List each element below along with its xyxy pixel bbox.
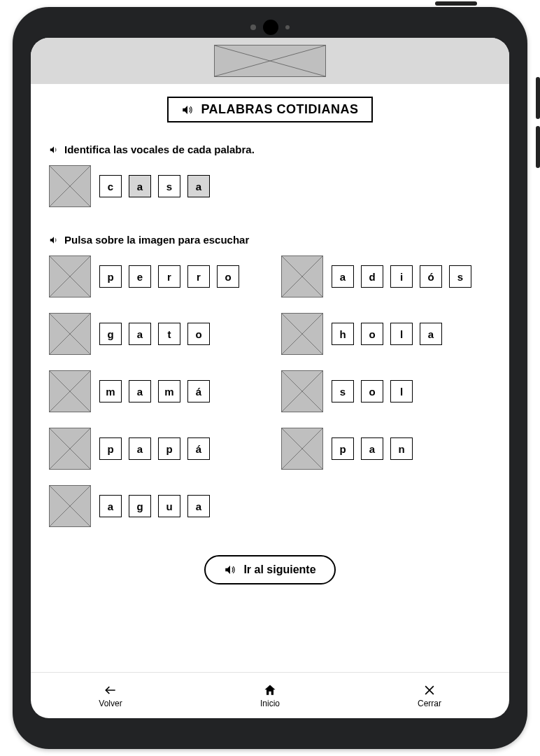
word-row: papá bbox=[49, 428, 259, 470]
close-icon bbox=[422, 683, 436, 697]
letter-box[interactable]: m bbox=[158, 380, 180, 402]
letter-box[interactable]: a bbox=[420, 323, 442, 345]
bottom-nav: Volver Inicio Cerrar bbox=[31, 672, 509, 718]
letter-box[interactable]: n bbox=[390, 438, 413, 460]
letter-box[interactable]: t bbox=[158, 323, 180, 345]
letter-box[interactable]: á bbox=[187, 438, 210, 460]
letter-box[interactable]: a bbox=[187, 175, 210, 197]
word-letters: pan bbox=[332, 438, 413, 460]
letter-box[interactable]: o bbox=[361, 380, 383, 402]
letter-box[interactable]: á bbox=[187, 380, 210, 402]
letter-box[interactable]: a bbox=[99, 495, 122, 517]
word-row: pan bbox=[281, 428, 491, 470]
arrow-left-icon bbox=[104, 683, 118, 697]
letter-box[interactable]: g bbox=[129, 495, 151, 517]
letter-box[interactable]: h bbox=[332, 323, 354, 345]
letter-box[interactable]: d bbox=[361, 265, 383, 288]
nav-home-label: Inicio bbox=[260, 699, 280, 708]
word-letters: adiós bbox=[332, 265, 471, 288]
letter-box[interactable]: p bbox=[158, 438, 180, 460]
letter-box[interactable]: a bbox=[332, 265, 354, 288]
nav-close[interactable]: Cerrar bbox=[350, 673, 509, 718]
word-image[interactable] bbox=[49, 485, 91, 527]
letter-box[interactable]: c bbox=[99, 175, 122, 197]
letter-box[interactable]: a bbox=[129, 380, 151, 402]
camera-lens bbox=[263, 20, 278, 35]
instruction-2-text: Pulsa sobre la imagen para escuchar bbox=[64, 234, 249, 246]
next-button-label: Ir al siguiente bbox=[243, 564, 315, 576]
led-dot bbox=[285, 25, 290, 29]
power-button bbox=[435, 1, 477, 6]
letter-box[interactable]: p bbox=[99, 265, 122, 288]
letter-box[interactable]: a bbox=[361, 438, 383, 460]
nav-close-label: Cerrar bbox=[418, 699, 441, 708]
word-letters: papá bbox=[99, 438, 210, 460]
example-image[interactable] bbox=[49, 165, 91, 207]
word-row: hola bbox=[281, 313, 491, 355]
screen: PALABRAS COTIDIANAS Identifica las vocal… bbox=[31, 38, 509, 718]
nav-back[interactable]: Volver bbox=[31, 673, 190, 718]
letter-box[interactable]: p bbox=[332, 438, 354, 460]
word-column-right: adiósholasolpan bbox=[281, 255, 491, 542]
word-row: perro bbox=[49, 255, 259, 298]
page-title-text: PALABRAS COTIDIANAS bbox=[201, 102, 358, 117]
letter-box[interactable]: s bbox=[158, 175, 180, 197]
word-image[interactable] bbox=[49, 255, 91, 298]
logo-placeholder bbox=[214, 45, 326, 77]
word-row: agua bbox=[49, 485, 259, 527]
word-row: gato bbox=[49, 313, 259, 355]
letter-box[interactable]: p bbox=[99, 438, 122, 460]
camera-cluster bbox=[250, 20, 290, 35]
example-letters: casa bbox=[99, 175, 210, 197]
letter-box[interactable]: l bbox=[390, 323, 413, 345]
next-button-wrap: Ir al siguiente bbox=[49, 555, 491, 584]
word-row: sol bbox=[281, 370, 491, 412]
home-icon bbox=[263, 683, 277, 697]
instruction-2[interactable]: Pulsa sobre la imagen para escuchar bbox=[49, 234, 491, 246]
letter-box[interactable]: a bbox=[129, 175, 151, 197]
word-image[interactable] bbox=[281, 428, 323, 470]
nav-home[interactable]: Inicio bbox=[190, 673, 350, 718]
letter-box[interactable]: r bbox=[187, 265, 210, 288]
content-area: PALABRAS COTIDIANAS Identifica las vocal… bbox=[31, 84, 509, 672]
word-image[interactable] bbox=[49, 313, 91, 355]
letter-box[interactable]: s bbox=[332, 380, 354, 402]
letter-box[interactable]: a bbox=[129, 438, 151, 460]
letter-box[interactable]: a bbox=[129, 323, 151, 345]
letter-box[interactable]: a bbox=[187, 495, 210, 517]
tablet-frame: PALABRAS COTIDIANAS Identifica las vocal… bbox=[0, 0, 540, 756]
page-title[interactable]: PALABRAS COTIDIANAS bbox=[167, 97, 372, 122]
instruction-1[interactable]: Identifica las vocales de cada palabra. bbox=[49, 144, 491, 155]
next-button[interactable]: Ir al siguiente bbox=[204, 555, 335, 584]
speaker-icon bbox=[181, 104, 194, 116]
title-bar: PALABRAS COTIDIANAS bbox=[49, 97, 491, 122]
word-image[interactable] bbox=[281, 370, 323, 412]
speaker-icon bbox=[224, 564, 236, 576]
word-letters: perro bbox=[99, 265, 239, 288]
word-image[interactable] bbox=[49, 370, 91, 412]
letter-box[interactable]: s bbox=[449, 265, 471, 288]
letter-box[interactable]: o bbox=[217, 265, 239, 288]
letter-box[interactable]: g bbox=[99, 323, 122, 345]
letter-box[interactable]: ó bbox=[420, 265, 442, 288]
example-row: casa bbox=[49, 165, 491, 207]
word-image[interactable] bbox=[281, 313, 323, 355]
letter-box[interactable]: o bbox=[361, 323, 383, 345]
letter-box[interactable]: i bbox=[390, 265, 413, 288]
word-letters: mamá bbox=[99, 380, 210, 402]
word-column-left: perrogatomamápapáagua bbox=[49, 255, 259, 542]
word-image[interactable] bbox=[49, 428, 91, 470]
letter-box[interactable]: o bbox=[187, 323, 210, 345]
word-grid: perrogatomamápapáagua adiósholasolpan bbox=[49, 255, 491, 542]
word-row: mamá bbox=[49, 370, 259, 412]
letter-box[interactable]: r bbox=[158, 265, 180, 288]
word-image[interactable] bbox=[281, 255, 323, 298]
letter-box[interactable]: l bbox=[390, 380, 413, 402]
letter-box[interactable]: u bbox=[158, 495, 180, 517]
word-letters: hola bbox=[332, 323, 442, 345]
header-bar bbox=[31, 38, 509, 84]
letter-box[interactable]: m bbox=[99, 380, 122, 402]
sensor-dot bbox=[250, 24, 256, 30]
letter-box[interactable]: e bbox=[129, 265, 151, 288]
speaker-icon bbox=[49, 145, 59, 155]
